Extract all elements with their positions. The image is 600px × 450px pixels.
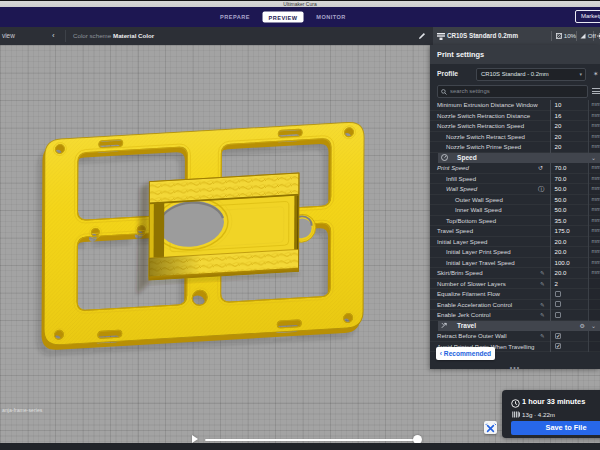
- checkbox-unchecked[interactable]: [555, 312, 561, 318]
- tab-prepare[interactable]: PREPARE: [220, 14, 250, 20]
- checkbox-checked[interactable]: ✓: [555, 343, 561, 349]
- setting-label: Print Speed: [437, 163, 469, 173]
- setting-row-initial-layer-print-speed[interactable]: Initial Layer Print Speed20.0mm/s: [430, 247, 600, 258]
- setting-value[interactable]: [550, 300, 588, 311]
- checkbox-checked[interactable]: ✓: [555, 333, 561, 339]
- tab-monitor[interactable]: MONITOR: [316, 14, 345, 20]
- reset-icon[interactable]: ↺: [538, 163, 543, 173]
- setting-row-top-bottom-speed[interactable]: Top/Bottom Speed35.0mm/s: [430, 216, 600, 227]
- setting-value[interactable]: ✓: [550, 342, 588, 353]
- pencil-icon[interactable]: ✎: [540, 279, 545, 289]
- setting-value[interactable]: 50.0: [550, 195, 588, 206]
- save-to-file-button[interactable]: Save to File: [511, 421, 600, 435]
- print-settings-selector[interactable]: CR10S Standard 0.2mm 10% Off On: [433, 27, 600, 45]
- pencil-icon[interactable]: ✎: [540, 268, 545, 278]
- setting-value[interactable]: 70.0: [550, 174, 588, 185]
- pencil-icon[interactable]: ✎: [540, 300, 545, 310]
- filament-icon: [512, 411, 520, 418]
- setting-value[interactable]: 20.0: [550, 268, 588, 279]
- setting-row-nozzle-switch-prime-speed[interactable]: Nozzle Switch Prime Speed20mm/s: [430, 142, 600, 153]
- profile-value: CR10S Standard - 0.2mm: [481, 69, 549, 80]
- setting-row-initial-layer-travel-speed[interactable]: Initial Layer Travel Speed100.0mm/s: [430, 258, 600, 269]
- checkbox-unchecked[interactable]: [555, 301, 561, 307]
- search-input[interactable]: search settings: [437, 85, 588, 98]
- setting-row-skirt-brim-speed[interactable]: Skirt/Brim Speed✎20.0mm/s: [430, 268, 600, 279]
- color-scheme-dropdown[interactable]: Material Color: [113, 27, 154, 45]
- setting-row-nozzle-switch-retraction-distance[interactable]: Nozzle Switch Retraction Distance16mm: [430, 111, 600, 122]
- setting-value[interactable]: 16: [550, 111, 588, 122]
- material-estimate: 13g · 4.22m: [522, 411, 555, 418]
- setting-value[interactable]: 50.0: [550, 184, 588, 195]
- setting-unit: mm/s: [588, 216, 600, 227]
- crossed-tools-icon: [484, 422, 497, 435]
- setting-value[interactable]: 10: [550, 100, 588, 111]
- info-icon[interactable]: ⓘ: [538, 184, 544, 194]
- setting-value[interactable]: 20.0: [550, 237, 588, 248]
- setting-row-print-speed[interactable]: Print Speed↺70.0mm/s: [430, 163, 600, 174]
- setting-row-outer-wall-speed[interactable]: Outer Wall Speed50.0mm/s: [430, 195, 600, 206]
- section-header-speed[interactable]: Speed⌄: [438, 153, 600, 164]
- setting-unit: mm/s: [588, 163, 600, 174]
- setting-row-travel-speed[interactable]: Travel Speed175.0mm/s: [430, 226, 600, 237]
- profile-dropdown[interactable]: CR10S Standard - 0.2mm ▾: [476, 68, 586, 81]
- setting-row-number-of-slower-layers[interactable]: Number of Slower Layers✎2: [430, 279, 600, 290]
- setting-row-minimum-extrusion-distance-window[interactable]: Minimum Extrusion Distance Window10mm: [430, 100, 600, 111]
- preview-toolbar: view ‹ Color scheme Material Color CR10S…: [0, 27, 600, 45]
- action-panel: 1 hour 33 minutes 13g · 4.22m Save to Fi…: [502, 390, 600, 438]
- setting-row-wall-speed[interactable]: Wall Speedⓘ50.0mm/s: [430, 184, 600, 195]
- setting-label: Travel Speed: [437, 226, 473, 236]
- setting-row-nozzle-switch-retraction-speed[interactable]: Nozzle Switch Retraction Speed20mm/s: [430, 121, 600, 132]
- setting-label: Outer Wall Speed: [455, 195, 503, 205]
- adjust-settings-button[interactable]: [484, 421, 497, 434]
- printer-icon: [437, 33, 445, 40]
- pencil-icon[interactable]: ✎: [540, 331, 545, 341]
- setting-value[interactable]: ✓: [550, 331, 588, 342]
- gear-icon[interactable]: ⚙: [580, 321, 585, 332]
- chevron-down-icon: ⌄: [591, 321, 596, 332]
- setting-label: Top/Bottom Speed: [446, 216, 496, 226]
- setting-value[interactable]: 20: [550, 121, 588, 132]
- setting-label: Nozzle Switch Prime Speed: [446, 142, 521, 152]
- collapse-chevron-icon[interactable]: ‹: [52, 27, 55, 45]
- setting-value[interactable]: 175.0: [550, 226, 588, 237]
- marketplace-button[interactable]: Marketplace: [575, 10, 600, 23]
- setting-value[interactable]: 20: [550, 142, 588, 153]
- setting-value[interactable]: 70.0: [550, 163, 588, 174]
- panel-resize-grip[interactable]: •••: [430, 366, 600, 370]
- setting-row-enable-jerk-control[interactable]: Enable Jerk Control✎: [430, 310, 600, 321]
- setting-row-initial-layer-speed[interactable]: Initial Layer Speed20.0mm/s: [430, 237, 600, 248]
- view-mode-dropdown[interactable]: view: [2, 27, 15, 45]
- setting-row-enable-acceleration-control[interactable]: Enable Acceleration Control✎: [430, 300, 600, 311]
- setting-value[interactable]: 50.0: [550, 205, 588, 216]
- setting-value[interactable]: 20: [550, 132, 588, 143]
- play-icon[interactable]: [192, 435, 198, 443]
- pencil-icon[interactable]: [418, 32, 426, 40]
- setting-row-equalize-filament-flow[interactable]: Equalize Filament Flow: [430, 289, 600, 300]
- tab-preview[interactable]: PREVIEW: [263, 12, 304, 23]
- setting-value[interactable]: 2: [550, 279, 588, 290]
- setting-unit: mm/s: [588, 247, 600, 258]
- section-header-travel[interactable]: Travel⚙⌄: [438, 321, 600, 332]
- layer-scrubber-track[interactable]: [205, 439, 418, 441]
- setting-value[interactable]: [550, 310, 588, 321]
- setting-row-infill-speed[interactable]: Infill Speed70.0mm/s: [430, 174, 600, 185]
- setting-value[interactable]: 35.0: [550, 216, 588, 227]
- setting-value[interactable]: [550, 289, 588, 300]
- filter-menu-icon[interactable]: [592, 87, 600, 95]
- setting-value[interactable]: 100.0: [550, 258, 588, 269]
- selector-divider: [551, 31, 552, 41]
- travel-icon: [441, 322, 448, 329]
- print-time-estimate: 1 hour 33 minutes: [522, 397, 585, 406]
- setting-row-nozzle-switch-retract-speed[interactable]: Nozzle Switch Retract Speed20mm/s: [430, 132, 600, 143]
- profile-star-icon[interactable]: ✶: [593, 70, 598, 78]
- setting-value[interactable]: 20.0: [550, 247, 588, 258]
- setting-unit: mm: [588, 100, 600, 111]
- setting-row-inner-wall-speed[interactable]: Inner Wall Speed50.0mm/s: [430, 205, 600, 216]
- recommended-button[interactable]: ‹ Recommended: [436, 347, 495, 360]
- setting-label: Equalize Filament Flow: [437, 289, 500, 299]
- setting-unit: mm/s: [588, 132, 600, 143]
- pencil-icon[interactable]: ✎: [540, 310, 545, 320]
- main-header: PREPARE PREVIEW MONITOR Marketplace: [0, 7, 600, 27]
- setting-row-retract-before-outer-wall[interactable]: Retract Before Outer Wall✎✓: [430, 331, 600, 342]
- checkbox-unchecked[interactable]: [555, 291, 561, 297]
